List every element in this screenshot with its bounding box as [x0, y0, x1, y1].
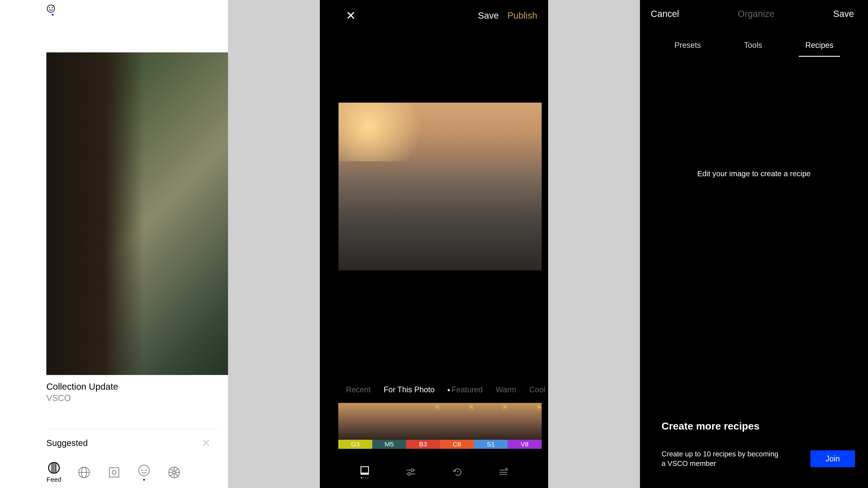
preset-strip: G3M5🔒B3🔒C8🔒S1🔒V8 [338, 403, 541, 449]
save-button[interactable]: Save [478, 10, 499, 21]
svg-rect-25 [361, 473, 369, 474]
upsell-text: Create up to 10 recipes by becoming a VS… [661, 449, 783, 468]
close-icon[interactable]: ✕ [346, 9, 356, 23]
editor-tabs: Presets Tools Recipes [640, 28, 868, 57]
globe-icon [78, 466, 90, 479]
editor-canvas-image[interactable] [339, 103, 541, 270]
svg-line-20 [170, 468, 173, 471]
preset-b3[interactable]: 🔒B3 [406, 403, 440, 449]
tool-presets[interactable] [359, 465, 370, 479]
svg-line-23 [170, 473, 173, 476]
svg-point-12 [112, 470, 116, 474]
preset-code-label: B3 [406, 440, 440, 449]
recipes-header: Cancel Organize Save [640, 0, 868, 28]
lock-icon: 🔒 [536, 404, 540, 409]
tab-recipes[interactable]: Recipes [799, 41, 840, 57]
nav-feed[interactable]: Feed [44, 462, 64, 483]
editor-bottom-bar [320, 460, 548, 488]
pager-dots [361, 477, 369, 479]
tab-presets[interactable]: Presets [668, 41, 707, 57]
sliders-icon [405, 466, 416, 477]
preset-thumb: 🔒 [406, 403, 440, 440]
lock-icon: 🔒 [502, 404, 506, 409]
cat-cool[interactable]: Cool [529, 385, 545, 394]
wheel-icon [168, 466, 180, 479]
feed-post-image[interactable] [46, 53, 228, 375]
empty-recipes-hint: Edit your image to create a recipe [640, 169, 868, 178]
nav-feed-label: Feed [46, 476, 61, 483]
preset-thumb [372, 403, 406, 440]
preset-thumb: 🔒 [508, 403, 541, 440]
cat-for-this-photo[interactable]: For This Photo [384, 385, 435, 394]
post-title: Collection Update [46, 382, 219, 392]
cat-warm[interactable]: Warm [496, 385, 516, 394]
svg-marker-34 [505, 467, 508, 471]
svg-point-27 [411, 469, 414, 471]
svg-line-22 [175, 468, 178, 471]
tool-history[interactable] [452, 466, 463, 477]
svg-point-30 [457, 471, 458, 473]
cat-recent[interactable]: Recent [346, 385, 371, 394]
suggested-label: Suggested [46, 438, 88, 448]
nav-studio[interactable] [104, 466, 124, 479]
preset-code-label: G3 [338, 440, 372, 449]
lock-icon: 🔒 [434, 404, 439, 409]
preset-thumb: 🔒 [440, 403, 474, 440]
svg-line-21 [175, 473, 178, 476]
svg-point-13 [139, 465, 149, 476]
studio-frame-icon [108, 466, 120, 479]
preset-v8[interactable]: 🔒V8 [508, 403, 541, 449]
svg-point-1 [49, 7, 50, 8]
screen-feed: Collection Update VSCO Suggested ✕ Feed [0, 0, 228, 488]
bottom-nav: Feed [0, 457, 228, 488]
suggested-section-header: Suggested ✕ [46, 437, 219, 449]
dismiss-suggested-icon[interactable]: ✕ [202, 437, 211, 449]
screen-editor: ✕ Save Publish Recent For This Photo Fea… [320, 0, 548, 488]
preset-code-label: C8 [440, 440, 474, 449]
editor-header: ✕ Save Publish [320, 0, 548, 31]
featured-dot-icon [447, 389, 450, 391]
preset-code-label: M5 [372, 440, 406, 449]
face-icon [138, 464, 150, 477]
publish-button[interactable]: Publish [507, 10, 537, 21]
preset-thumb [338, 403, 372, 440]
svg-point-2 [52, 7, 53, 8]
preset-code-label: V8 [508, 440, 541, 449]
nav-profile[interactable] [134, 464, 154, 481]
feed-icon [48, 462, 60, 474]
svg-point-3 [53, 5, 54, 6]
svg-point-15 [173, 471, 176, 474]
tool-adjust[interactable] [405, 466, 416, 477]
undo-history-icon [452, 466, 463, 477]
vsco-seal-logo[interactable] [46, 4, 55, 15]
upsell-title: Create more recipes [661, 420, 855, 432]
preset-m5[interactable]: M5 [372, 403, 406, 449]
svg-point-29 [408, 473, 411, 476]
notification-dot [52, 14, 54, 15]
preset-g3[interactable]: G3 [338, 403, 372, 449]
svg-rect-11 [110, 468, 119, 477]
preset-s1[interactable]: 🔒S1 [474, 403, 508, 449]
cat-featured[interactable]: Featured [447, 385, 483, 394]
feed-header [0, 0, 228, 18]
tool-recipes[interactable] [498, 466, 509, 477]
nav-membership[interactable] [164, 466, 184, 479]
save-button[interactable]: Save [833, 9, 854, 19]
organize-button[interactable]: Organize [738, 9, 774, 19]
preset-category-bar: Recent For This Photo Featured Warm Cool [320, 270, 548, 394]
screen-recipes: Cancel Organize Save Presets Tools Recip… [640, 0, 868, 488]
cancel-button[interactable]: Cancel [651, 9, 679, 19]
preset-c8[interactable]: 🔒C8 [440, 403, 474, 449]
recipe-sliders-star-icon [498, 466, 509, 477]
join-button[interactable]: Join [810, 450, 855, 467]
lock-icon: 🔒 [468, 404, 472, 409]
recipes-upsell: Create more recipes Create up to 10 reci… [640, 420, 855, 468]
nav-discover[interactable] [74, 466, 94, 479]
tab-tools[interactable]: Tools [737, 41, 769, 57]
post-author[interactable]: VSCO [46, 393, 219, 403]
preset-thumb: 🔒 [474, 403, 508, 440]
seal-icon [46, 4, 55, 13]
presets-icon [359, 465, 370, 476]
preset-code-label: S1 [474, 440, 508, 449]
profile-notification-dot [143, 479, 145, 481]
